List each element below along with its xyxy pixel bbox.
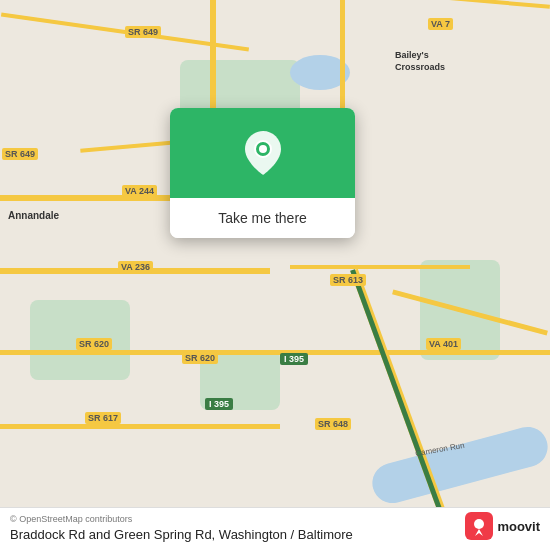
label-baileys: Bailey'sCrossroads: [395, 50, 445, 73]
label-sr617: SR 617: [85, 412, 121, 424]
moovit-text: moovit: [497, 519, 540, 534]
moovit-icon: [465, 512, 493, 540]
road-sr613: [290, 265, 470, 269]
footer-title: Braddock Rd and Green Spring Rd, Washing…: [10, 527, 540, 542]
label-va236: VA 236: [118, 261, 153, 273]
road-sr620: [0, 350, 550, 355]
label-sr620-right: SR 620: [182, 352, 218, 364]
label-sr649-left: SR 649: [2, 148, 38, 160]
moovit-logo[interactable]: moovit: [465, 512, 540, 540]
label-i395-2: I 395: [205, 398, 233, 410]
svg-point-1: [259, 145, 267, 153]
svg-point-2: [474, 519, 484, 529]
popup-header: [170, 108, 355, 198]
label-va7: VA 7: [428, 18, 453, 30]
road-sr617: [0, 424, 280, 429]
label-annandale: Annandale: [8, 210, 59, 221]
pin-icon: [243, 133, 283, 173]
map-container: SR 649 SR 649 VA 7 VA 244 VA 236 SR 613 …: [0, 0, 550, 550]
footer-attribution: © OpenStreetMap contributors: [10, 514, 540, 524]
footer: © OpenStreetMap contributors Braddock Rd…: [0, 507, 550, 550]
label-va401: VA 401: [426, 338, 461, 350]
label-sr613: SR 613: [330, 274, 366, 286]
footer-subtitle-text: Baltimore: [298, 527, 353, 542]
location-popup: Take me there: [170, 108, 355, 238]
take-me-there-button[interactable]: Take me there: [170, 198, 355, 238]
label-va244: VA 244: [122, 185, 157, 197]
label-sr649-top: SR 649: [125, 26, 161, 38]
footer-title-text: Braddock Rd and Green Spring Rd, Washing…: [10, 527, 294, 542]
label-i395-1: I 395: [280, 353, 308, 365]
label-sr648: SR 648: [315, 418, 351, 430]
label-sr620-left: SR 620: [76, 338, 112, 350]
